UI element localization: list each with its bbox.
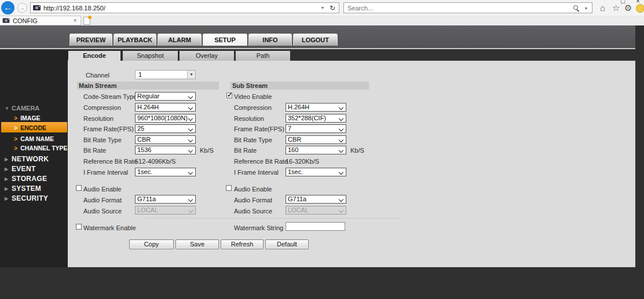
subitem-arrow-icon: > (14, 145, 17, 152)
sidebar-label-network: NETWORK (12, 155, 49, 163)
collapsed-arrow-icon: ▶ (5, 196, 12, 201)
browser-tab-bar: CONFIG × (0, 16, 644, 25)
sub-audio-source-select: LOCAL (286, 206, 346, 215)
sidebar-item-encode[interactable]: >ENCODE (14, 124, 46, 131)
copy-button[interactable]: Copy (129, 239, 174, 249)
sub-frame-rate-select[interactable]: 7 (286, 124, 346, 133)
search-dropdown-icon[interactable]: ▾ (585, 6, 587, 11)
url-input[interactable] (43, 3, 287, 13)
sub-bit-rate-select[interactable]: 160 (286, 146, 346, 154)
home-icon[interactable]: ⌂ (600, 3, 605, 13)
main-compression-label: Compression (83, 104, 121, 111)
sidebar-item-camera[interactable]: ▼CAMERA (5, 105, 39, 112)
channel-select-arrow-icon[interactable]: ▼ (187, 71, 195, 79)
main-bit-rate-type-select[interactable]: CBR (135, 135, 196, 144)
sidebar-label-security: SECURITY (12, 194, 48, 202)
save-button[interactable]: Save (175, 239, 219, 249)
new-tab-button[interactable] (83, 17, 90, 25)
sub-bit-rate-type-select[interactable]: CBR (286, 135, 346, 144)
forward-button[interactable]: → (17, 3, 27, 13)
subitem-arrow-icon: > (14, 124, 17, 131)
sub-i-frame-interval-select[interactable]: 1sec. (286, 168, 346, 176)
favorites-star-icon[interactable]: ☆ (612, 3, 620, 13)
search-input[interactable] (347, 3, 568, 13)
main-audio-format-select[interactable]: G711a (135, 195, 196, 204)
sub-compression-select[interactable]: H.264H (286, 103, 346, 112)
address-dropdown-icon[interactable]: ▾ (321, 5, 324, 10)
refresh-icon[interactable]: ↻ (330, 4, 335, 12)
sub-bit-rate-unit: Kb/S (350, 147, 364, 154)
collapsed-arrow-icon: ▶ (5, 186, 12, 191)
subitem-arrow-icon: > (14, 135, 17, 142)
subtab-overlay[interactable]: Overlay (180, 51, 234, 61)
main-audio-enable-checkbox[interactable] (76, 185, 82, 191)
browser-tab-config[interactable]: CONFIG × (0, 16, 81, 25)
default-button[interactable]: Default (265, 239, 309, 249)
sub-audio-enable-checkbox[interactable] (226, 185, 232, 191)
channel-label: Channel (86, 72, 109, 79)
subitem-arrow-icon: > (14, 115, 17, 121)
sub-stream-header: Sub Stream (230, 82, 369, 90)
main-resolution-select[interactable]: 960*1080(1080N) (135, 114, 196, 123)
nav-tab-alarm[interactable]: ALARM (158, 34, 202, 46)
feedback-smiley-icon[interactable] (636, 4, 644, 13)
sidebar-item-channel-type[interactable]: >CHANNEL TYPE (14, 145, 68, 152)
main-frame-rate-select[interactable]: 25 (135, 124, 196, 133)
main-compression-select[interactable]: H.264H (135, 103, 196, 112)
sidebar: ▼CAMERA >IMAGE >ENCODE >CAM NAME >CHANNE… (0, 50, 68, 267)
subtab-path[interactable]: Path (236, 51, 290, 61)
video-enable-label: Video Enable (234, 93, 272, 100)
sidebar-item-image[interactable]: >IMAGE (14, 115, 41, 121)
sub-frame-rate-label: Frame Rate(FPS) (234, 125, 284, 132)
address-bar[interactable]: ▾ ↻ (30, 2, 339, 13)
sub-resolution-select[interactable]: 352*288(CIF) (286, 114, 346, 123)
sidebar-item-security[interactable]: ▶SECURITY (5, 194, 48, 202)
subtab-snapshot[interactable]: Snapshot (123, 51, 178, 61)
site-favicon-camera-icon (33, 5, 41, 10)
sidebar-label-camera: CAMERA (12, 105, 39, 112)
section-divider (145, 218, 400, 219)
main-bit-rate-type-label: Bit Rate Type (83, 136, 122, 143)
nav-tab-info[interactable]: INFO (248, 34, 292, 46)
sub-i-frame-interval-label: I Frame Interval (234, 169, 279, 176)
video-enable-checkbox[interactable]: ✓ (226, 93, 232, 98)
channel-select[interactable]: 1 ▼ (135, 70, 196, 79)
sub-bit-rate-type-label: Bit Rate Type (234, 136, 272, 143)
nav-tab-preview[interactable]: PREVIEW (69, 34, 112, 46)
subtab-encode[interactable]: Encode (68, 51, 120, 61)
sub-audio-format-select[interactable]: G711a (286, 195, 346, 204)
sidebar-item-network[interactable]: ▶NETWORK (5, 155, 49, 163)
main-frame-rate-label: Frame Rate(FPS) (83, 125, 134, 132)
main-audio-source-select: LOCAL (135, 206, 196, 215)
sidebar-item-system[interactable]: ▶SYSTEM (5, 184, 41, 193)
browser-toolbar: □ × ← → ▾ ↻ ▾ ⌂ ☆ ⚙ (0, 0, 644, 16)
channel-value: 1 (138, 71, 142, 78)
sub-resolution-label: Resolution (234, 115, 264, 122)
back-button[interactable]: ← (1, 1, 14, 14)
tab-close-icon[interactable]: × (74, 17, 77, 24)
camera-expand-icon: ▼ (5, 106, 12, 111)
main-audio-source-label: Audio Source (83, 208, 122, 215)
main-audio-enable-label: Audio Enable (83, 186, 121, 193)
sub-audio-source-label: Audio Source (234, 208, 272, 215)
code-stream-type-select[interactable]: Regular (135, 92, 196, 101)
watermark-enable-checkbox[interactable] (76, 224, 82, 230)
nav-tab-logout[interactable]: LOGOUT (293, 34, 338, 46)
watermark-string-input[interactable] (286, 222, 345, 231)
settings-gear-icon[interactable]: ⚙ (624, 3, 632, 13)
refresh-button[interactable]: Refresh (221, 239, 264, 249)
main-reference-bit-rate-label: Reference Bit Rate (83, 158, 137, 165)
nav-tab-setup[interactable]: SETUP (203, 34, 247, 46)
main-stream-header: Main Stream (77, 82, 219, 90)
main-reference-bit-rate-value: 512-4096Kb/S (135, 158, 175, 165)
sidebar-item-cam-name[interactable]: >CAM NAME (14, 135, 54, 142)
sidebar-label-event: EVENT (12, 165, 36, 173)
search-box[interactable]: ▾ (343, 2, 592, 13)
main-bit-rate-select[interactable]: 1536 (135, 146, 196, 154)
sidebar-item-storage[interactable]: ▶STORAGE (5, 175, 47, 183)
nav-tab-playback[interactable]: PLAYBACK (114, 34, 156, 46)
search-icon[interactable] (573, 5, 578, 10)
sidebar-item-event[interactable]: ▶EVENT (5, 165, 36, 173)
main-i-frame-interval-select[interactable]: 1sec. (135, 168, 196, 176)
sub-compression-label: Compression (234, 104, 272, 111)
